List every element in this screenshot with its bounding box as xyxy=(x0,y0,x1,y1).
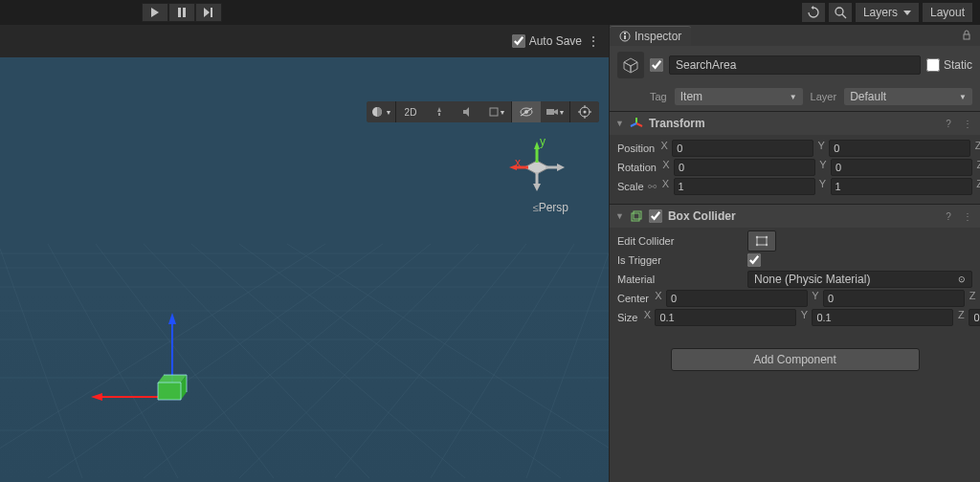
box-collider-icon xyxy=(630,209,643,223)
transform-component: ▼ Transform ? ⋮ Position XYZ Rotation XY… xyxy=(610,111,980,204)
svg-rect-67 xyxy=(624,35,626,39)
kebab-icon[interactable]: ⋮ xyxy=(588,34,603,48)
lock-icon[interactable] xyxy=(961,30,980,41)
center-y[interactable] xyxy=(823,290,965,307)
visibility-toggle[interactable] xyxy=(512,101,541,122)
svg-rect-1 xyxy=(178,8,181,17)
kebab-icon[interactable]: ⋮ xyxy=(961,211,974,222)
gameobject-header: Static Tag Item▼ Layer Default▼ xyxy=(610,46,980,111)
camera-toggle[interactable]: ▼ xyxy=(541,101,569,122)
svg-rect-76 xyxy=(632,213,639,221)
scene-view[interactable]: Auto Save ⋮ ▼ 2D ▼ xyxy=(0,25,609,482)
rotation-x[interactable] xyxy=(674,159,815,176)
chevron-down-icon xyxy=(903,11,911,15)
box-collider-enabled[interactable] xyxy=(649,209,662,223)
center-x[interactable] xyxy=(666,290,808,307)
is-trigger-checkbox[interactable] xyxy=(747,253,761,267)
svg-line-14 xyxy=(335,244,526,478)
lighting-toggle[interactable] xyxy=(425,101,454,122)
layout-dropdown[interactable]: Layout xyxy=(923,3,972,22)
svg-marker-72 xyxy=(631,62,637,73)
svg-rect-32 xyxy=(490,108,498,116)
layer-label: Layer xyxy=(811,91,837,102)
static-toggle[interactable]: Static xyxy=(926,58,972,72)
gizmos-toggle[interactable] xyxy=(570,101,599,122)
scale-y[interactable] xyxy=(831,178,972,195)
projection-label[interactable]: ≤Persp xyxy=(533,201,568,214)
kebab-icon[interactable]: ⋮ xyxy=(961,119,974,129)
scene-overlay-toolbar: ▼ 2D ▼ ▼ xyxy=(367,101,599,122)
is-trigger-label: Is Trigger xyxy=(617,254,744,266)
svg-marker-70 xyxy=(624,58,637,66)
svg-point-82 xyxy=(766,244,768,246)
autosave-checkbox[interactable] xyxy=(512,34,525,48)
rotation-y[interactable] xyxy=(831,159,972,176)
svg-marker-50 xyxy=(557,164,565,171)
svg-marker-3 xyxy=(204,8,210,17)
svg-line-15 xyxy=(431,244,574,478)
layers-dropdown[interactable]: Layers xyxy=(856,3,919,22)
position-label: Position xyxy=(617,142,655,154)
svg-point-39 xyxy=(584,111,587,114)
svg-point-79 xyxy=(756,236,758,238)
top-toolbar: Layers Layout xyxy=(0,0,980,25)
size-x[interactable] xyxy=(655,309,796,326)
inspector-tab[interactable]: Inspector xyxy=(610,26,691,46)
svg-marker-31 xyxy=(463,107,469,117)
position-y[interactable] xyxy=(829,140,970,157)
rotation-label: Rotation xyxy=(617,162,657,173)
edit-collider-button[interactable] xyxy=(747,230,776,252)
layer-dropdown[interactable]: Default▼ xyxy=(844,88,972,105)
transform-icon xyxy=(630,117,643,130)
svg-rect-4 xyxy=(211,8,212,17)
svg-marker-52 xyxy=(533,184,541,191)
axis-x-label: x xyxy=(515,156,521,169)
step-button[interactable] xyxy=(195,3,222,22)
size-y[interactable] xyxy=(812,309,953,326)
autosave-toggle[interactable]: Auto Save xyxy=(512,34,582,48)
material-label: Material xyxy=(617,274,744,285)
svg-line-74 xyxy=(636,123,642,126)
center-label: Center xyxy=(617,293,649,304)
svg-marker-37 xyxy=(554,109,558,115)
help-icon[interactable]: ? xyxy=(942,119,955,129)
size-z[interactable] xyxy=(969,309,980,326)
tag-dropdown[interactable]: Item▼ xyxy=(675,88,803,105)
axis-y-label: y xyxy=(540,135,546,148)
help-icon[interactable]: ? xyxy=(942,211,955,222)
svg-line-7 xyxy=(842,14,846,18)
orientation-gizmo[interactable]: x y xyxy=(503,134,570,201)
shading-dropdown[interactable]: ▼ xyxy=(367,101,395,122)
scale-x[interactable] xyxy=(674,178,815,195)
play-button[interactable] xyxy=(142,3,168,22)
tag-label: Tag xyxy=(650,91,667,102)
cube-icon[interactable] xyxy=(617,52,644,78)
search-icon[interactable] xyxy=(829,3,852,22)
gameobject-name-field[interactable] xyxy=(669,55,921,75)
object-picker-icon[interactable]: ⊙ xyxy=(958,274,966,284)
2d-toggle[interactable]: 2D xyxy=(396,101,425,122)
box-collider-header[interactable]: ▼ Box Collider ? ⋮ xyxy=(610,205,980,228)
add-component-button[interactable]: Add Component xyxy=(671,348,920,371)
svg-marker-56 xyxy=(91,393,102,401)
foldout-arrow-icon: ▼ xyxy=(615,211,624,221)
undo-history-icon[interactable] xyxy=(802,3,825,22)
audio-toggle[interactable] xyxy=(454,101,482,122)
svg-rect-69 xyxy=(964,34,969,39)
transform-header[interactable]: ▼ Transform ? ⋮ xyxy=(610,112,980,135)
svg-point-6 xyxy=(835,8,843,15)
pause-button[interactable] xyxy=(168,3,195,22)
edit-collider-label: Edit Collider xyxy=(617,235,744,247)
svg-marker-8 xyxy=(903,11,911,15)
material-field[interactable]: None (Physic Material)⊙ xyxy=(747,271,972,288)
svg-line-23 xyxy=(0,249,82,478)
inspector-panel: Inspector Static Tag Item▼ Layer Default… xyxy=(609,25,980,482)
svg-rect-77 xyxy=(634,211,641,219)
svg-marker-71 xyxy=(624,62,631,73)
fx-toggle[interactable]: ▼ xyxy=(482,101,511,122)
constrain-scale-icon[interactable]: ⚯ xyxy=(648,181,657,193)
position-x[interactable] xyxy=(672,140,813,157)
foldout-arrow-icon: ▼ xyxy=(615,119,624,128)
gameobject-enabled-checkbox[interactable] xyxy=(650,58,663,72)
svg-rect-68 xyxy=(624,33,626,34)
